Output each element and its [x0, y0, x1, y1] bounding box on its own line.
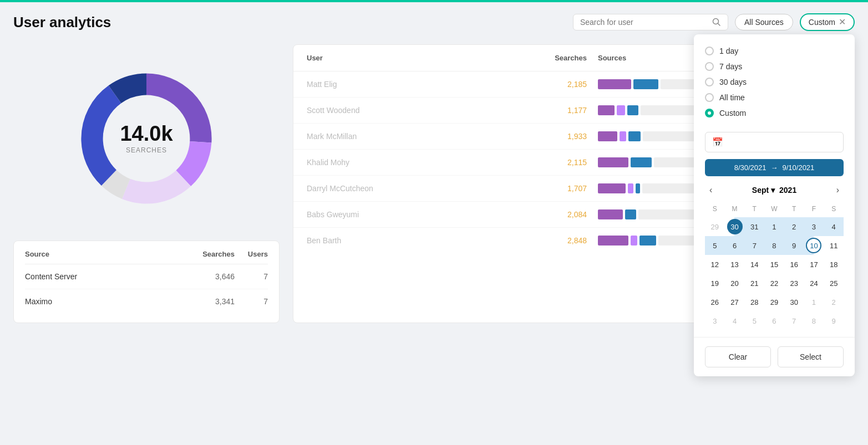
radio-alltime[interactable]: All time: [705, 90, 844, 105]
bar-segment: [633, 79, 658, 89]
donut-container: 14.0k SEARCHES: [13, 44, 280, 227]
range-start: 8/30/2021: [734, 163, 767, 172]
radio-circle-custom: [705, 109, 714, 117]
cal-day-2-next[interactable]: 2: [824, 293, 844, 311]
cal-day-28[interactable]: 28: [744, 293, 764, 311]
cal-day-7[interactable]: 7: [744, 236, 764, 255]
cal-day-26[interactable]: 26: [705, 293, 725, 311]
cal-day-30[interactable]: 30: [784, 293, 804, 311]
radio-1day[interactable]: 1 day: [705, 43, 844, 59]
cal-day-31[interactable]: 31: [744, 217, 764, 236]
calendar-week: 26 27 28 29 30 1 2: [705, 293, 844, 311]
cal-day-9-next[interactable]: 9: [824, 311, 844, 330]
search-input[interactable]: [580, 18, 708, 27]
radio-circle-7days: [705, 62, 714, 71]
source-name: Content Server: [25, 272, 179, 281]
cal-day-15[interactable]: 15: [764, 255, 784, 274]
cal-day-3-next[interactable]: 3: [705, 311, 725, 330]
cal-day-6[interactable]: 6: [725, 236, 745, 255]
bar-segment: [631, 157, 652, 167]
cal-day-13[interactable]: 13: [725, 255, 745, 274]
close-icon[interactable]: ✕: [839, 18, 846, 27]
source-searches: 3,646: [179, 272, 235, 281]
donut-chart: 14.0k SEARCHES: [69, 61, 224, 216]
cal-day-1-next[interactable]: 1: [804, 293, 824, 311]
radio-custom[interactable]: Custom: [705, 105, 844, 121]
cal-day-4-next[interactable]: 4: [725, 311, 745, 330]
cal-day-29[interactable]: 29: [764, 293, 784, 311]
cal-day-7-next[interactable]: 7: [784, 311, 804, 330]
radio-7days[interactable]: 7 days: [705, 59, 844, 74]
dow-m: M: [725, 203, 745, 215]
cal-day-17[interactable]: 17: [804, 255, 824, 274]
cal-day-2[interactable]: 2: [784, 217, 804, 236]
user-name: Babs Gweyumi: [307, 210, 509, 219]
bar-segment: [598, 157, 628, 167]
all-sources-button[interactable]: All Sources: [735, 14, 793, 30]
cal-day-11[interactable]: 11: [824, 236, 844, 255]
user-name: Mark McMillan: [307, 132, 509, 141]
calendar-year[interactable]: 2021: [779, 186, 796, 195]
cal-day-16[interactable]: 16: [784, 255, 804, 274]
user-searches: 1,933: [509, 132, 587, 141]
searches-col-header: Searches: [509, 54, 587, 62]
cal-day-29-prev[interactable]: 29: [705, 217, 725, 236]
cal-day-9[interactable]: 9: [784, 236, 804, 255]
bar-segment: [598, 105, 615, 115]
cal-day-20[interactable]: 20: [725, 274, 745, 293]
calendar-week: 5 6 7 8 9 10 11: [705, 236, 844, 255]
prev-month-button[interactable]: ‹: [705, 183, 717, 197]
search-box[interactable]: [573, 14, 728, 30]
bar-segment: [636, 183, 640, 193]
cal-day-12[interactable]: 12: [705, 255, 725, 274]
clear-button[interactable]: Clear: [705, 346, 771, 367]
user-searches: 2,115: [509, 158, 587, 167]
cal-day-4[interactable]: 4: [824, 217, 844, 236]
cal-day-1[interactable]: 1: [764, 217, 784, 236]
custom-button[interactable]: Custom ✕: [800, 13, 855, 31]
bar-segment: [598, 209, 623, 219]
cal-day-3[interactable]: 3: [804, 217, 824, 236]
table-row: Maximo 3,341 7: [25, 289, 268, 314]
radio-30days[interactable]: 30 days: [705, 74, 844, 90]
cal-day-14[interactable]: 14: [744, 255, 764, 274]
bar-segment: [598, 79, 631, 89]
user-searches: 1,177: [509, 106, 587, 115]
cal-day-5-next[interactable]: 5: [744, 311, 764, 330]
cal-day-27[interactable]: 27: [725, 293, 745, 311]
calendar-month[interactable]: Sept ▾: [752, 186, 775, 195]
calendar-container: 8/30/2021 → 9/10/2021 ‹ Sept ▾ 2021 › S …: [694, 159, 855, 330]
cal-day-8-next[interactable]: 8: [804, 311, 824, 330]
source-users: 7: [235, 272, 268, 281]
user-name: Matt Elig: [307, 80, 509, 89]
date-range-input[interactable]: 📅: [705, 132, 844, 152]
radio-circle-1day: [705, 47, 714, 55]
cal-day-30[interactable]: 30: [725, 217, 745, 236]
main-container: User analytics All Sources Custom ✕: [0, 2, 868, 445]
next-month-button[interactable]: ›: [832, 183, 844, 197]
cal-day-19[interactable]: 19: [705, 274, 725, 293]
dow-sa: S: [824, 203, 844, 215]
cal-day-5[interactable]: 5: [705, 236, 725, 255]
cal-day-21[interactable]: 21: [744, 274, 764, 293]
dow-t: T: [744, 203, 764, 215]
date-range-bar: 8/30/2021 → 9/10/2021: [705, 159, 844, 176]
cal-day-18[interactable]: 18: [824, 255, 844, 274]
user-name: Khalid Mohy: [307, 158, 509, 167]
cal-day-23[interactable]: 23: [784, 274, 804, 293]
date-dropdown: 1 day 7 days 30 days All time Custom 📅: [694, 34, 855, 376]
calendar-week: 29 30 31 1 2 3 4: [705, 217, 844, 236]
users-col-header: Users: [235, 250, 268, 258]
svg-line-1: [718, 24, 720, 26]
user-searches: 2,185: [509, 80, 587, 89]
cal-day-6-next[interactable]: 6: [764, 311, 784, 330]
source-name: Maximo: [25, 297, 179, 306]
select-button[interactable]: Select: [778, 346, 844, 367]
cal-day-24[interactable]: 24: [804, 274, 824, 293]
page-title: User analytics: [13, 14, 111, 31]
cal-day-10[interactable]: 10: [804, 236, 824, 255]
user-name: Scott Woodend: [307, 106, 509, 115]
cal-day-25[interactable]: 25: [824, 274, 844, 293]
cal-day-22[interactable]: 22: [764, 274, 784, 293]
cal-day-8[interactable]: 8: [764, 236, 784, 255]
